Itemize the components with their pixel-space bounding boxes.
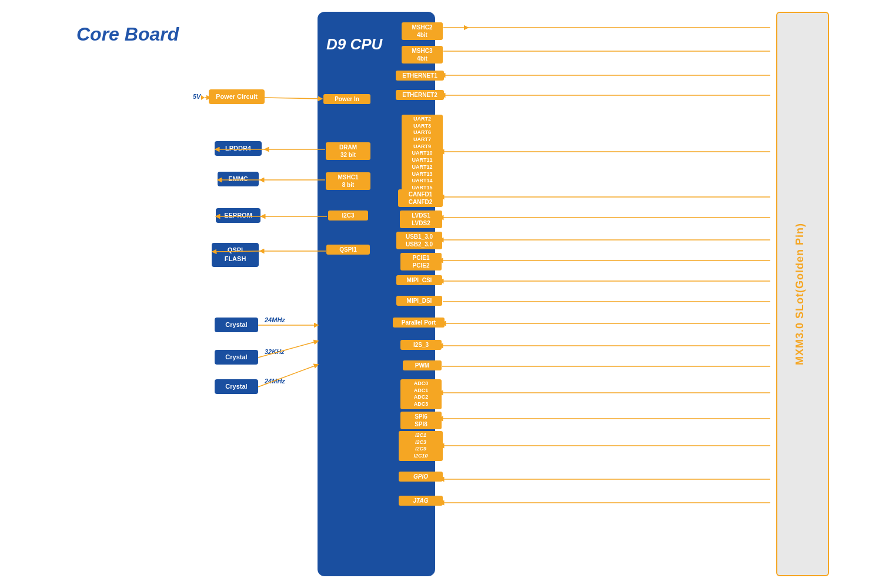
pin-adc: ADC0ADC1ADC2ADC3 [400,379,442,409]
pin-uart: UART2UART3UART6UART7UART9UART10UART11UAR… [402,115,443,193]
pin-usb: USB1_3.0USB2_3.0 [396,232,442,249]
page-title: Core Board [76,24,179,45]
qspi-flash: QSPIFLASH [212,243,259,267]
pin-mshc3: MSHC34bit [402,46,443,64]
crystal1: Crystal [215,318,258,332]
pin-mipi-csi: MIPI_CSI [396,275,442,285]
voltage-label: 5V [193,93,201,100]
pin-i2s3: I2S_3 [400,340,442,350]
mxm-text: MXM3.0 SLot(Golden Pin) [794,223,806,365]
cpu-title: D9 CPU [326,35,382,54]
pin-spi: SPI6SPI8 [400,412,442,429]
pin-mshc1: MSHC18 bit [326,172,370,190]
pin-lvds: LVDS1LVDS2 [400,211,442,228]
eeprom: EEPROM [216,208,260,223]
pin-gpio: GPIO [399,472,443,482]
crystal3: Crystal [215,379,258,394]
pin-qspi1: QSPI1 [326,245,370,255]
pin-canfd: CANFD1CANFD2 [398,189,443,207]
pin-pcie: PCIE1PCIE2 [400,253,442,270]
emmc: EMMC [218,172,259,186]
freq2-label: 32KHz [265,348,285,355]
pin-power-in: Power In [323,94,370,104]
pin-mipi-dsi: MIPI_DSI [396,296,442,306]
pin-pwm: PWM [403,360,442,370]
crystal2: Crystal [215,350,258,365]
pin-dram: DRAM32 bit [326,142,370,160]
pin-parallel: Parallel Port [393,318,445,328]
pin-eth1: ETHERNET1 [396,71,444,81]
svg-marker-56 [201,95,205,100]
pin-i2c3-left: I2C3 [328,211,368,220]
freq1-label: 24MHz [265,316,285,323]
svg-line-4 [265,98,322,99]
pin-mshc2: MSHC24bit [402,22,443,40]
pin-i2c: I2C1I2C3I2C9I2C10 [399,431,443,461]
power-circuit: Power Circuit [209,89,265,104]
mxm-label: MXM3.0 SLot(Golden Pin) [773,12,826,576]
pin-jtag: JTAG [399,496,443,506]
pin-eth2: ETHERNET2 [396,90,444,100]
freq3-label: 24MHz [265,377,285,385]
lpddr4: LPDDR4 [215,141,262,156]
